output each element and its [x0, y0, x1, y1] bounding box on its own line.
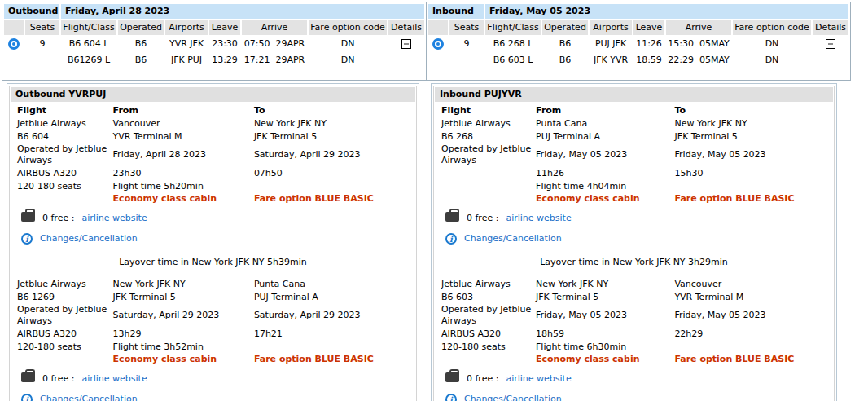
changes-cancellation-link[interactable]: Changes/Cancellation — [464, 394, 562, 401]
changes-cancellation-link[interactable]: Changes/Cancellation — [464, 233, 562, 245]
arrive-cell: 15:30 05MAY — [666, 37, 731, 51]
outbound-summary-table: Outbound Friday, April 28 2023 Seats Fli… — [2, 2, 427, 81]
leave-cell: 23:30 — [209, 37, 240, 51]
from-city: New York JFK NY — [536, 278, 674, 291]
baggage-allowance-text: 0 free : — [467, 213, 498, 224]
seat-capacity — [441, 180, 536, 193]
outbound-segment-1: Flight From To Jetblue Airways Vancouver… — [17, 104, 416, 205]
airline-website-link[interactable]: airline website — [506, 213, 571, 224]
from-date: Friday, April 28 2023 — [113, 143, 254, 167]
minus-icon — [404, 43, 409, 45]
baggage-line: 0 free : airline website — [21, 372, 416, 386]
changes-line: Changes/Cancellation — [445, 231, 834, 246]
fare-option-code-cell: DN — [733, 37, 811, 51]
airline-name: Jetblue Airways — [17, 278, 113, 291]
changes-line: Changes/Cancellation — [21, 231, 416, 246]
inbound-segment-2: Jetblue Airways New York JFK NY Vancouve… — [441, 278, 834, 366]
col-header-arrive: Arrive — [666, 20, 731, 35]
operated-cell: B6 — [542, 53, 588, 68]
radio-column-header — [4, 20, 24, 35]
seat-capacity: 120-180 seats — [17, 341, 113, 354]
departure-time: 13h29 — [113, 328, 254, 341]
fare-option-code-cell: DN — [309, 37, 387, 51]
arrive-cell: 22:29 05MAY — [666, 53, 731, 68]
to-date: Friday, May 05 2023 — [674, 303, 834, 328]
cabin-class: Economy class cabin — [536, 353, 674, 366]
flight-number: B6 1269 — [17, 291, 113, 304]
operated-cell: B6 — [118, 53, 164, 68]
info-icon — [21, 233, 33, 245]
flight-number: B6 603 — [441, 291, 536, 304]
flight-number: B6 604 — [17, 130, 113, 143]
to-column-header: To — [675, 104, 834, 117]
inbound-detail-title: Inbound PUJYVR — [435, 87, 833, 102]
operated-by: Operated by Jetblue Airways — [441, 303, 536, 328]
flight-class-cell: B61269 L — [61, 53, 116, 68]
arrive-cell: 07:50 29APR — [242, 37, 307, 51]
info-icon — [445, 233, 457, 245]
briefcase-icon — [21, 372, 35, 382]
inbound-details-collapse-button[interactable] — [826, 39, 835, 49]
to-terminal: PUJ Terminal A — [254, 291, 416, 304]
to-city: New York JFK NY — [675, 117, 834, 130]
col-header-flight-class: Flight/Class — [485, 20, 541, 35]
leave-cell: 11:26 — [633, 37, 664, 51]
outbound-date: Friday, April 28 2023 — [61, 4, 424, 19]
operated-by: Operated by Jetblue Airways — [17, 143, 113, 167]
info-icon — [445, 394, 457, 401]
from-terminal: JFK Terminal 5 — [113, 291, 254, 304]
airline-website-link[interactable]: airline website — [81, 213, 147, 224]
fare-option: Fare option BLUE BASIC — [674, 353, 834, 366]
col-header-seats: Seats — [449, 20, 484, 35]
layover-info: Layover time in New York JFK NY 5h39min — [10, 257, 416, 268]
from-city: Punta Cana — [536, 117, 674, 130]
aircraft-type: AIRBUS A320 — [17, 167, 113, 180]
airline-website-link[interactable]: airline website — [81, 373, 147, 385]
flight-column-header: Flight — [17, 104, 113, 117]
baggage-allowance-text: 0 free : — [467, 373, 498, 385]
from-date: Friday, May 05 2023 — [536, 143, 674, 167]
col-header-operated: Operated — [542, 20, 588, 35]
flight-column-header: Flight — [441, 104, 536, 117]
airports-cell: JFK YVR — [590, 53, 632, 68]
from-city: New York JFK NY — [113, 278, 254, 291]
outbound-details-collapse-button[interactable] — [401, 39, 411, 49]
arrival-time: 22h29 — [674, 328, 834, 341]
to-date: Saturday, April 29 2023 — [254, 143, 416, 167]
col-header-leave: Leave — [633, 20, 664, 35]
table-row: 9 B6 604 L B6 YVR JFK 23:30 07:50 29APR … — [4, 37, 424, 51]
from-terminal: YVR Terminal M — [113, 130, 254, 143]
to-date: Friday, May 05 2023 — [675, 143, 834, 167]
seats-cell: 9 — [25, 37, 59, 51]
to-terminal: JFK Terminal 5 — [675, 130, 834, 143]
outbound-detail-title: Outbound YVRPUJ — [11, 87, 415, 102]
radio-dot — [12, 42, 15, 46]
inbound-title: Inbound — [428, 4, 484, 19]
flight-class-cell: B6 604 L — [61, 37, 116, 51]
airline-website-link[interactable]: airline website — [506, 373, 571, 385]
col-header-operated: Operated — [118, 20, 164, 35]
inbound-summary-table: Inbound Friday, May 05 2023 Seats Flight… — [426, 2, 851, 81]
outbound-option-radio[interactable] — [8, 38, 20, 50]
col-header-seats: Seats — [25, 20, 59, 35]
col-header-airports: Airports — [165, 20, 208, 35]
fare-option: Fare option BLUE BASIC — [254, 353, 416, 366]
cabin-class: Economy class cabin — [113, 353, 254, 366]
inbound-option-radio[interactable] — [432, 38, 444, 50]
table-row: 9 B6 268 L B6 PUJ JFK 11:26 15:30 05MAY … — [428, 37, 848, 51]
to-column-header: To — [254, 104, 416, 117]
fare-option-code-cell: DN — [733, 53, 811, 68]
airline-name: Jetblue Airways — [441, 117, 536, 130]
from-city: Vancouver — [113, 117, 254, 130]
from-date: Friday, May 05 2023 — [536, 303, 674, 328]
flight-number: B6 268 — [441, 130, 536, 143]
from-column-header: From — [113, 104, 254, 117]
airports-cell: YVR JFK — [165, 37, 208, 51]
outbound-column: Outbound Friday, April 28 2023 Seats Fli… — [2, 2, 423, 401]
changes-cancellation-link[interactable]: Changes/Cancellation — [40, 233, 138, 245]
minus-icon — [828, 43, 833, 45]
departure-time: 18h59 — [536, 328, 674, 341]
baggage-line: 0 free : airline website — [21, 211, 416, 226]
changes-cancellation-link[interactable]: Changes/Cancellation — [40, 394, 138, 401]
departure-time: 23h30 — [113, 167, 254, 180]
